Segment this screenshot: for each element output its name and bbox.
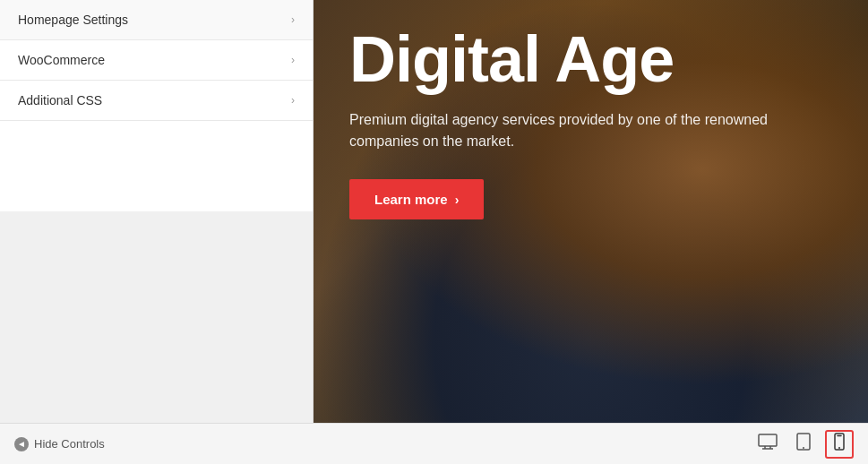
sidebar-item-label-css: Additional CSS xyxy=(18,93,102,107)
sidebar-menu: Homepage Settings › WooCommerce › Additi… xyxy=(0,0,313,211)
tablet-icon xyxy=(796,433,811,455)
learn-more-button[interactable]: Learn more › xyxy=(349,179,484,219)
chevron-right-icon: › xyxy=(291,94,295,107)
sidebar: Homepage Settings › WooCommerce › Additi… xyxy=(0,0,314,423)
desktop-icon xyxy=(758,434,778,454)
sidebar-item-label-woocommerce: WooCommerce xyxy=(18,53,105,67)
main-area: Homepage Settings › WooCommerce › Additi… xyxy=(0,0,868,423)
sidebar-item-woocommerce[interactable]: WooCommerce › xyxy=(0,40,313,81)
desktop-view-button[interactable] xyxy=(753,430,782,459)
mobile-view-button[interactable] xyxy=(825,430,854,459)
chevron-right-icon: › xyxy=(455,193,460,207)
svg-point-7 xyxy=(838,447,840,449)
preview-area: Digital Age Premium digital agency servi… xyxy=(314,0,868,423)
sidebar-item-homepage-settings[interactable]: Homepage Settings › xyxy=(0,0,313,40)
hide-controls-button[interactable]: ◄ Hide Controls xyxy=(14,437,105,451)
chevron-right-icon: › xyxy=(291,13,295,26)
sidebar-item-additional-css[interactable]: Additional CSS › xyxy=(0,81,313,121)
hide-controls-label: Hide Controls xyxy=(34,437,105,451)
chevron-right-icon: › xyxy=(291,54,295,66)
preview-subtitle: Premium digital agency services provided… xyxy=(349,109,797,152)
sidebar-item-label-homepage: Homepage Settings xyxy=(18,13,128,27)
preview-title: Digital Age xyxy=(349,27,832,91)
tablet-view-button[interactable] xyxy=(789,430,818,459)
preview-content: Digital Age Premium digital agency servi… xyxy=(314,0,868,246)
sidebar-empty-space xyxy=(0,211,313,423)
learn-more-label: Learn more xyxy=(374,192,448,207)
mobile-icon xyxy=(834,433,845,455)
bottom-bar: ◄ Hide Controls xyxy=(0,423,868,464)
svg-point-5 xyxy=(803,447,804,449)
hide-controls-arrow-icon: ◄ xyxy=(14,437,29,451)
svg-rect-0 xyxy=(759,434,777,446)
